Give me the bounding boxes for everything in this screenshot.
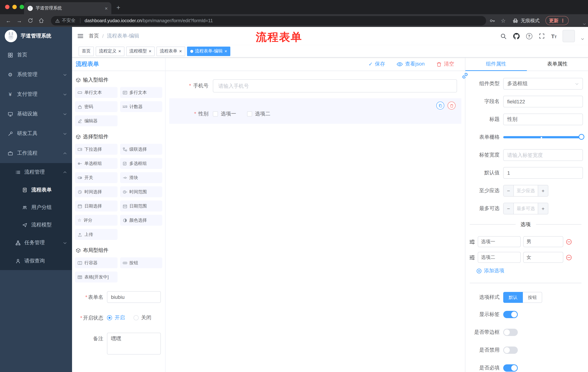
tag-close-icon[interactable]: × (118, 49, 121, 53)
phone-input[interactable] (213, 79, 457, 93)
status-off-radio[interactable]: 关闭 (134, 315, 151, 321)
title-input[interactable] (503, 114, 583, 125)
gender-option-2-checkbox[interactable]: 选项二 (247, 111, 270, 117)
decrease-button[interactable]: − (504, 185, 514, 196)
option-1-name-input[interactable] (478, 236, 521, 247)
sidebar-item-process-mgmt[interactable]: 流程管理 (0, 163, 72, 181)
palette-item-table[interactable]: 表格[开发中] (75, 272, 117, 282)
tab-close-icon[interactable]: × (105, 5, 108, 11)
sidebar-item-user-group[interactable]: 用户分组 (0, 199, 72, 216)
tab-form-props[interactable]: 表单属性 (527, 57, 588, 71)
tag-process-definition[interactable]: 流程定义 × (96, 46, 124, 56)
component-type-select[interactable]: 多选框组 (503, 78, 583, 90)
font-size-icon[interactable]: TT (551, 33, 557, 39)
palette-item-rate[interactable]: ☆ 评分 (75, 215, 117, 226)
grid-slider[interactable] (503, 131, 583, 143)
delete-item-button[interactable] (448, 102, 456, 110)
option-2-name-input[interactable] (478, 252, 521, 263)
palette-item-single-line-text[interactable]: 单行文本 (75, 87, 117, 98)
hamburger-icon[interactable] (72, 27, 89, 45)
gender-option-1-checkbox[interactable]: 选项一 (213, 111, 236, 117)
palette-item-color-picker[interactable]: 颜色选择 (120, 215, 162, 226)
required-toggle[interactable] (503, 364, 518, 372)
home-button[interactable] (36, 16, 46, 25)
sidebar-item-process-model[interactable]: 流程模型 (0, 216, 72, 234)
max-select-placeholder[interactable]: 最多可选 (514, 203, 538, 214)
palette-item-editor[interactable]: 编辑器 (75, 115, 117, 126)
bookmark-star-icon[interactable]: ☆ (498, 16, 508, 25)
reload-button[interactable] (25, 16, 35, 25)
palette-item-radio-group[interactable]: 单选框组 (75, 158, 117, 169)
copy-item-button[interactable] (436, 102, 444, 110)
show-label-toggle[interactable] (503, 311, 518, 318)
toolbar-chevron-down-icon[interactable] (583, 22, 586, 26)
increase-button[interactable]: + (538, 203, 548, 214)
decrease-button[interactable]: − (504, 203, 514, 214)
form-name-input[interactable] (107, 291, 161, 303)
style-button-button[interactable]: 按钮 (523, 292, 542, 303)
save-button[interactable]: ✓ 保存 (368, 61, 385, 67)
palette-item-date-range[interactable]: 日期范围 (120, 201, 162, 212)
option-1-value-input[interactable] (523, 236, 563, 247)
sidebar-item-task-mgmt[interactable]: 任务管理 (0, 234, 72, 252)
palette-item-date-picker[interactable]: 日期选择 (75, 201, 117, 212)
increase-button[interactable]: + (538, 185, 548, 196)
palette-item-button[interactable]: 按钮 (120, 257, 162, 268)
form-remark-textarea[interactable]: 嘿嘿 (107, 333, 161, 354)
search-icon[interactable] (500, 32, 507, 40)
browser-tab[interactable]: 芋道管理系统 × (24, 2, 111, 14)
drawing-item-phone[interactable]: * 手机号 (169, 79, 461, 93)
drag-handle-icon[interactable] (469, 239, 475, 245)
url-bar[interactable]: 不安全 dashboard.yudao.iocoder.cn/bpm/manag… (51, 16, 486, 25)
status-on-radio[interactable]: 开启 (107, 315, 125, 321)
tag-process-form[interactable]: 流程表单 × (157, 46, 185, 56)
palette-item-time-picker[interactable]: 时间选择 (75, 186, 117, 197)
palette-item-switch[interactable]: 开关 (75, 172, 117, 183)
palette-item-counter[interactable]: 123 计数器 (120, 101, 162, 112)
sidebar-item-infra[interactable]: 基础设施 (0, 104, 72, 124)
palette-item-select[interactable]: 下拉选择 (75, 144, 117, 155)
browser-update-button[interactable]: 更新 ⋮ (546, 16, 569, 25)
security-warning-icon[interactable] (55, 18, 60, 23)
palette-item-multi-line-text[interactable]: 多行文本 (120, 87, 162, 98)
view-json-button[interactable]: 查看json (397, 61, 425, 67)
minimize-window-button[interactable] (12, 5, 17, 9)
github-icon[interactable] (513, 32, 520, 40)
sidebar-item-system[interactable]: ⚙ 系统管理 (0, 65, 72, 85)
drawing-item-gender-selected[interactable]: * 性别 选项一 选项二 (169, 98, 461, 124)
palette-item-checkbox-group[interactable]: 多选框组 (120, 158, 162, 169)
remove-option-icon[interactable] (566, 239, 572, 245)
palette-item-upload[interactable]: 上传 (75, 229, 117, 240)
palette-item-row-container[interactable]: 行容器 (75, 257, 117, 268)
palette-item-password[interactable]: 密码 (75, 101, 117, 112)
tag-home[interactable]: 首页 (79, 46, 94, 56)
remove-option-icon[interactable] (566, 254, 572, 260)
sidebar-item-home[interactable]: 首页 (0, 45, 72, 65)
new-tab-button[interactable]: + (116, 4, 120, 12)
field-name-input[interactable] (503, 96, 583, 107)
sidebar-item-leave-query[interactable]: 请假查询 (0, 252, 72, 270)
fullscreen-icon[interactable] (538, 32, 545, 40)
label-width-input[interactable] (503, 149, 583, 161)
avatar[interactable] (563, 30, 575, 42)
close-window-button[interactable] (5, 5, 10, 9)
tag-close-icon[interactable]: × (179, 49, 182, 53)
add-option-button[interactable]: 添加选项 (476, 267, 583, 274)
tag-process-form-edit[interactable]: 流程表单-编辑 × (187, 46, 231, 56)
tag-close-icon[interactable]: × (224, 49, 227, 53)
link-icon[interactable] (461, 72, 469, 79)
drag-handle-icon[interactable] (469, 254, 475, 260)
option-2-value-input[interactable] (523, 252, 563, 263)
tag-process-model[interactable]: 流程模型 × (126, 46, 155, 56)
tag-close-icon[interactable]: × (149, 49, 151, 53)
sidebar-item-workflow[interactable]: 工作流程 (0, 143, 72, 163)
default-value-input[interactable] (503, 167, 583, 179)
forward-button[interactable]: → (15, 16, 24, 25)
zoom-window-button[interactable] (20, 5, 24, 9)
sidebar-item-devtools[interactable]: 研发工具 (0, 124, 72, 143)
sidebar-item-process-form[interactable]: 流程表单 (0, 181, 72, 199)
avatar-caret-icon[interactable] (581, 37, 584, 41)
border-toggle[interactable] (503, 329, 518, 336)
palette-item-cascader[interactable]: 级联选择 (120, 144, 162, 155)
browser-menu-icon[interactable]: ⋮ (560, 18, 565, 23)
